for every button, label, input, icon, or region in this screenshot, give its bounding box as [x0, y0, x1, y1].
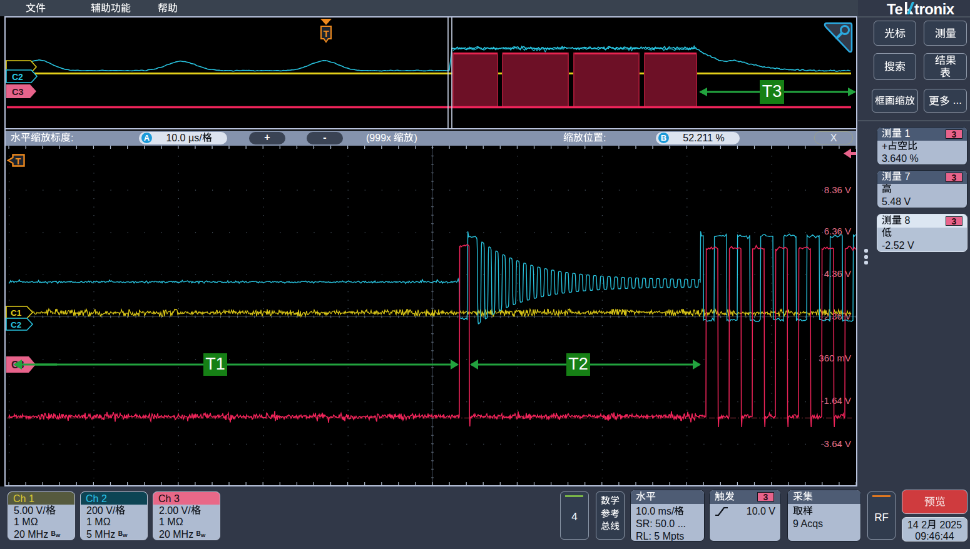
svg-text:C3: C3	[12, 87, 24, 97]
svg-text:C1: C1	[11, 308, 22, 318]
svg-text:C2: C2	[12, 72, 23, 82]
svg-text:T: T	[324, 28, 329, 39]
svg-text:T: T	[16, 156, 21, 166]
svg-text:C2: C2	[11, 320, 21, 330]
